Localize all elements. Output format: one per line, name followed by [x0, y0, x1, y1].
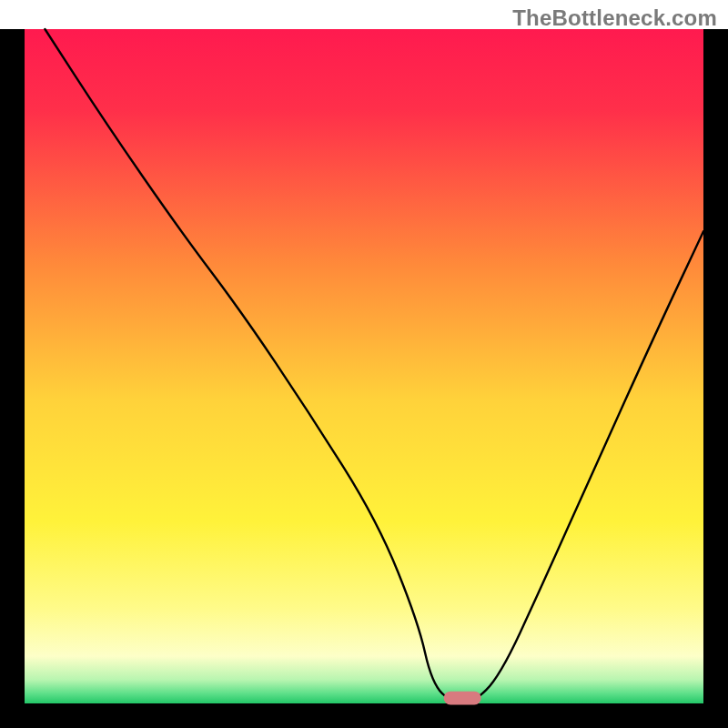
- corner-tl: [0, 0, 25, 29]
- axis-bottom: [0, 703, 728, 728]
- chart-container: TheBottleneck.com: [0, 0, 728, 728]
- axis-left-2: [0, 29, 25, 728]
- chart-background-gradient: [25, 29, 703, 703]
- optimal-range-marker: [444, 692, 481, 705]
- axis-right-2: [703, 29, 728, 728]
- watermark-text: TheBottleneck.com: [512, 5, 717, 31]
- bottleneck-chart: [0, 0, 728, 728]
